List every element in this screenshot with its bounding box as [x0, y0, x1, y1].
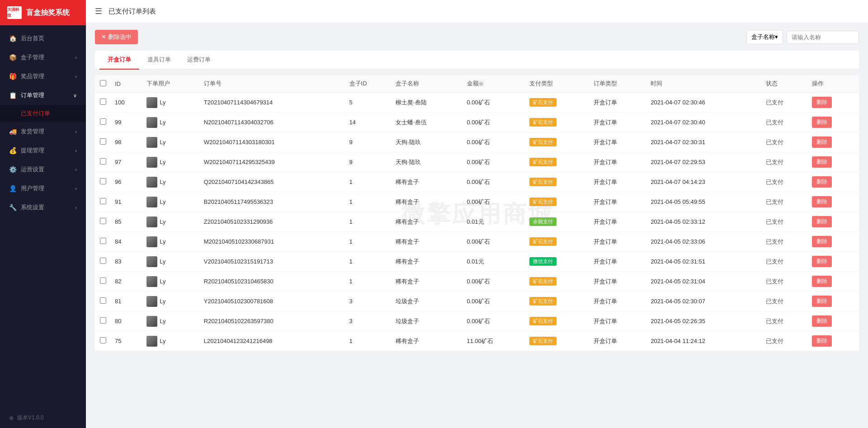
- avatar: [146, 197, 157, 207]
- row-checkbox[interactable]: [100, 118, 106, 125]
- cell-status: 已支付: [762, 272, 808, 292]
- avatar: [146, 216, 157, 227]
- delete-button[interactable]: 删除: [812, 216, 832, 227]
- delete-button[interactable]: 删除: [812, 176, 832, 188]
- delete-button[interactable]: 删除: [812, 296, 832, 307]
- sidebar-nav: 🏠 后台首页 📦 盒子管理 › 🎁 奖品管理 › 📋 订单管理 ∨ 已支付订单 …: [0, 25, 86, 408]
- table-row: 98 Ly W20210407114303180301 9 天狗·陆玖 0.00…: [95, 132, 859, 152]
- tab-open-order[interactable]: 开盒订单: [99, 51, 139, 70]
- cell-pay-type: 矿石支付: [526, 113, 590, 132]
- row-checkbox[interactable]: [100, 218, 106, 224]
- delete-button[interactable]: 删除: [812, 117, 832, 128]
- avatar: [146, 137, 157, 148]
- table-row: 75 Ly L20210404123241216498 1 稀有盒子 11.00…: [95, 331, 859, 351]
- search-input[interactable]: [787, 31, 859, 44]
- cell-order-type: 开盒订单: [590, 212, 647, 232]
- delete-button[interactable]: 删除: [812, 97, 832, 108]
- home-icon: 🏠: [9, 35, 16, 42]
- cell-status: 已支付: [762, 192, 808, 212]
- delete-button[interactable]: 删除: [812, 156, 832, 168]
- cell-order-type: 开盒订单: [590, 331, 647, 351]
- cell-order-no: M20210405102330687931: [200, 232, 346, 252]
- cell-user: Ly: [143, 212, 200, 232]
- brand-icon: 大润科技: [7, 6, 22, 19]
- avatar: [146, 157, 157, 168]
- cell-pay-type: 矿石支付: [526, 192, 590, 212]
- sidebar-item-dashboard[interactable]: 🏠 后台首页: [0, 29, 86, 48]
- cell-order-no: N20210407114304032706: [200, 113, 346, 132]
- delete-button[interactable]: 删除: [812, 315, 832, 327]
- user-name: Ly: [160, 99, 165, 106]
- pay-type-badge: 余额支付: [529, 217, 557, 226]
- cell-amount: 0.00矿石: [463, 272, 526, 292]
- avatar: [146, 276, 157, 287]
- delete-button[interactable]: 删除: [812, 136, 832, 148]
- sidebar-item-sys-settings[interactable]: 🔧 系统设置 ›: [0, 198, 86, 217]
- cell-status: 已支付: [762, 132, 808, 152]
- row-checkbox[interactable]: [100, 297, 106, 304]
- col-box-name: 盒子名称: [392, 75, 463, 93]
- select-all-checkbox[interactable]: [100, 80, 106, 86]
- sidebar-item-prize-manage[interactable]: 🎁 奖品管理 ›: [0, 67, 86, 86]
- cell-status: 已支付: [762, 113, 808, 132]
- delete-button[interactable]: 删除: [812, 276, 832, 287]
- cell-box-name: 稀有盒子: [392, 212, 463, 232]
- row-checkbox[interactable]: [100, 317, 106, 324]
- sidebar-item-user-manage[interactable]: 👤 用户管理 ›: [0, 179, 86, 198]
- cell-status: 已支付: [762, 232, 808, 252]
- row-checkbox[interactable]: [100, 178, 106, 184]
- delete-button[interactable]: 删除: [812, 335, 832, 347]
- brand-title: 盲盒抽奖系统: [26, 8, 70, 18]
- row-checkbox[interactable]: [100, 158, 106, 165]
- delete-button[interactable]: 删除: [812, 236, 832, 247]
- cell-order-no: W20210407114303180301: [200, 132, 346, 152]
- pay-type-badge: 矿石支付: [529, 98, 557, 107]
- withdraw-icon: 💰: [9, 147, 16, 154]
- cell-id: 83: [111, 252, 143, 272]
- sidebar-item-paid-orders[interactable]: 已支付订单: [0, 105, 86, 122]
- row-checkbox[interactable]: [100, 277, 106, 284]
- cell-status: 已支付: [762, 172, 808, 192]
- sidebar-item-ship-manage[interactable]: 🚚 发货管理 ›: [0, 122, 86, 141]
- tab-prop-order[interactable]: 道具订单: [139, 51, 179, 70]
- cell-action: 删除: [808, 232, 859, 252]
- cell-amount: 0.00矿石: [463, 192, 526, 212]
- sidebar-item-ops-settings[interactable]: ⚙️ 运营设置 ›: [0, 160, 86, 179]
- cell-order-type: 开盒订单: [590, 152, 647, 172]
- row-checkbox[interactable]: [100, 238, 106, 244]
- user-name: Ly: [160, 218, 165, 225]
- cell-user: Ly: [143, 172, 200, 192]
- cell-time: 2021-04-05 02:26:35: [647, 311, 762, 331]
- cell-user: Ly: [143, 292, 200, 311]
- row-checkbox[interactable]: [100, 99, 106, 105]
- sidebar-item-box-manage[interactable]: 📦 盒子管理 ›: [0, 48, 86, 67]
- prize-icon: 🎁: [9, 73, 16, 80]
- toolbar: ✕ 删除选中 盒子名称▾: [95, 30, 859, 44]
- box-name-filter-button[interactable]: 盒子名称▾: [746, 30, 783, 44]
- cell-order-no: L20210404123241216498: [200, 331, 346, 351]
- sidebar-item-withdraw[interactable]: 💰 提现管理 ›: [0, 141, 86, 160]
- cell-amount: 11.00矿石: [463, 331, 526, 351]
- delete-button[interactable]: 删除: [812, 196, 832, 207]
- row-checkbox[interactable]: [100, 337, 106, 343]
- sidebar-item-order-manage[interactable]: 📋 订单管理 ∨: [0, 86, 86, 105]
- cell-action: 删除: [808, 113, 859, 132]
- user-name: Ly: [160, 119, 165, 126]
- cell-box-name: 稀有盒子: [392, 252, 463, 272]
- pay-type-badge: 矿石支付: [529, 277, 557, 286]
- row-checkbox[interactable]: [100, 198, 106, 204]
- pay-type-badge: 微信支付: [529, 257, 557, 266]
- table-row: 97 Ly W20210407114295325439 9 天狗·陆玖 0.00…: [95, 152, 859, 172]
- delete-selected-button[interactable]: ✕ 删除选中: [95, 30, 138, 44]
- cell-action: 删除: [808, 212, 859, 232]
- menu-toggle-icon[interactable]: ☰: [95, 6, 102, 16]
- cell-order-no: R20210405102310465830: [200, 272, 346, 292]
- cell-pay-type: 矿石支付: [526, 93, 590, 113]
- tab-ship-order[interactable]: 运费订单: [179, 51, 219, 70]
- row-checkbox[interactable]: [100, 258, 106, 264]
- cell-amount: 0.00矿石: [463, 152, 526, 172]
- delete-button[interactable]: 删除: [812, 256, 832, 267]
- cell-status: 已支付: [762, 292, 808, 311]
- table-row: 82 Ly R20210405102310465830 1 稀有盒子 0.00矿…: [95, 272, 859, 292]
- row-checkbox[interactable]: [100, 138, 106, 145]
